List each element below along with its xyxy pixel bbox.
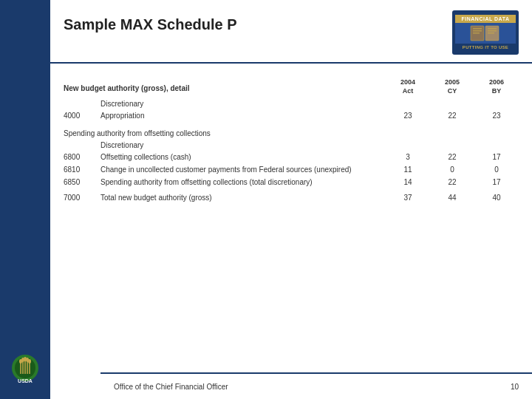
val-6810-2004: 11 [386, 166, 430, 174]
page-header: Sample MAX Schedule P FINANCIAL DATA PUT… [50, 0, 532, 64]
row-desc-7000: Total new budget authority (gross) [100, 194, 386, 202]
svg-rect-20 [488, 33, 494, 34]
row-desc-4000: Appropriation [100, 112, 386, 120]
val-4000-2004: 23 [386, 112, 430, 120]
svg-rect-18 [488, 28, 497, 30]
footer-text: Office of the Chief Financial Officer [114, 383, 228, 391]
svg-point-11 [28, 359, 31, 364]
row-vals-6850: 14 22 17 [386, 178, 519, 186]
table-row: 6810 Change in uncollected customer paym… [64, 163, 519, 176]
discretionary-label-2: Discretionary [64, 139, 519, 151]
row-vals-6800: 3 22 17 [386, 153, 519, 161]
svg-rect-19 [488, 30, 497, 32]
svg-rect-16 [473, 33, 480, 34]
val-7000-2004: 37 [386, 194, 430, 202]
row-code-6800: 6800 [64, 153, 100, 161]
footer: Office of the Chief Financial Officer 10 [100, 372, 532, 399]
table-row: 7000 Total new budget authority (gross) … [64, 191, 519, 204]
row-desc-6810: Change in uncollected customer payments … [100, 166, 386, 174]
table-row: 6850 Spending authority from offsetting … [64, 176, 519, 188]
section-header: New budget authority (gross), detail [64, 84, 190, 92]
val-6810-2006: 0 [474, 166, 519, 174]
discretionary-label: Discretionary [64, 97, 519, 109]
usda-logo: USDA [6, 352, 44, 390]
val-6800-2004: 3 [386, 153, 430, 161]
svg-text:USDA: USDA [18, 378, 33, 383]
row-code-6810: 6810 [64, 166, 100, 174]
svg-rect-14 [473, 28, 482, 30]
table-row: 4000 Appropriation 23 22 23 [64, 109, 519, 122]
col-header-2006: 2006BY [474, 78, 519, 95]
row-vals-4000: 23 22 23 [386, 112, 519, 120]
val-6800-2006: 17 [474, 153, 519, 161]
row-code-7000: 7000 [64, 194, 100, 202]
row-desc-6850: Spending authority from offsetting colle… [100, 178, 386, 186]
row-desc-6800: Offsetting collections (cash) [100, 153, 386, 161]
spending-authority-label: Spending authority from offsetting colle… [64, 126, 519, 139]
badge-bottom-text: PUTTING IT TO USE [455, 44, 516, 51]
column-headers: 2004Act 2005CY 2006BY [386, 78, 519, 95]
badge-image [455, 23, 516, 44]
sidebar: USDA [0, 0, 50, 399]
footer-page-number: 10 [511, 383, 519, 391]
val-6810-2005: 0 [430, 166, 474, 174]
row-code-6850: 6850 [64, 178, 100, 186]
main-content: Sample MAX Schedule P FINANCIAL DATA PUT… [50, 0, 532, 399]
financial-data-badge: FINANCIAL DATA PUTTING IT TO USE [452, 10, 519, 55]
svg-rect-15 [473, 30, 482, 32]
page-title: Sample MAX Schedule P [64, 10, 237, 33]
row-vals-6810: 11 0 0 [386, 166, 519, 174]
schedule-content: New budget authority (gross), detail 200… [50, 64, 532, 211]
val-4000-2005: 22 [430, 112, 474, 120]
val-4000-2006: 23 [474, 112, 519, 120]
val-6850-2006: 17 [474, 178, 519, 186]
row-vals-7000: 37 44 40 [386, 194, 519, 202]
val-6800-2005: 22 [430, 153, 474, 161]
col-header-2005: 2005CY [430, 78, 474, 95]
val-6850-2004: 14 [386, 178, 430, 186]
row-code-4000: 4000 [64, 112, 100, 120]
badge-top-text: FINANCIAL DATA [455, 15, 516, 23]
val-7000-2005: 44 [430, 194, 474, 202]
val-6850-2005: 22 [430, 178, 474, 186]
col-header-2004: 2004Act [386, 78, 430, 95]
table-row: 6800 Offsetting collections (cash) 3 22 … [64, 151, 519, 163]
val-7000-2006: 40 [474, 194, 519, 202]
